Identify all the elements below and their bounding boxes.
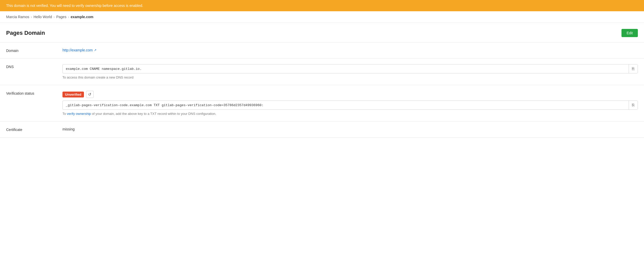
certificate-value: missing (62, 127, 638, 131)
breadcrumb-sep-3: › (68, 15, 69, 19)
domain-label: Domain (6, 48, 62, 53)
dns-copy-button[interactable]: ⎘ (629, 64, 638, 73)
domain-link-text: http://example.com (62, 48, 93, 52)
domain-value: http://example.com ↗ (62, 48, 638, 52)
verify-ownership-link[interactable]: verify ownership (67, 112, 91, 116)
verification-copy-button[interactable]: ⎘ (629, 101, 638, 109)
edit-button[interactable]: Edit (621, 29, 638, 37)
verification-row: Verification status Unverified ↺ ⎘ To ve… (0, 85, 644, 122)
page-header: Pages Domain Edit (0, 23, 644, 42)
help-suffix: of your domain, add the above key to a T… (91, 112, 216, 116)
verification-value: Unverified ↺ ⎘ To verify ownership of yo… (62, 91, 638, 116)
banner-text: This domain is not verified. You will ne… (6, 4, 143, 8)
breadcrumb-sep-1: › (31, 15, 32, 19)
page-title: Pages Domain (6, 30, 45, 36)
unverified-badge: Unverified (62, 92, 84, 97)
verification-code-field: ⎘ (62, 101, 638, 110)
external-link-icon: ↗ (94, 48, 96, 52)
dns-row: DNS ⎘ To access this domain create a new… (0, 59, 644, 85)
breadcrumb-current: example.com (71, 15, 93, 19)
verification-label: Verification status (6, 91, 62, 95)
details-table: Domain http://example.com ↗ DNS ⎘ To acc… (0, 42, 644, 138)
certificate-label: Certificate (6, 127, 62, 132)
dns-input[interactable] (63, 65, 629, 73)
breadcrumb-hello-world[interactable]: Hello World (34, 15, 52, 19)
dns-help-text: To access this domain create a new DNS r… (62, 75, 638, 79)
verification-banner: This domain is not verified. You will ne… (0, 0, 644, 11)
domain-row: Domain http://example.com ↗ (0, 42, 644, 59)
dns-label: DNS (6, 64, 62, 69)
help-prefix: To (62, 112, 67, 116)
breadcrumb: Marcia Ramos › Hello World › Pages › exa… (0, 11, 644, 23)
breadcrumb-sep-2: › (53, 15, 55, 19)
verification-code-input[interactable] (63, 101, 629, 109)
retry-verification-button[interactable]: ↺ (86, 91, 94, 98)
dns-value: ⎘ To access this domain create a new DNS… (62, 64, 638, 79)
certificate-row: Certificate missing (0, 122, 644, 138)
retry-icon: ↺ (88, 92, 91, 97)
copy-icon-2: ⎘ (632, 103, 635, 107)
breadcrumb-pages[interactable]: Pages (56, 15, 67, 19)
domain-link[interactable]: http://example.com ↗ (62, 48, 96, 52)
dns-code-field: ⎘ (62, 64, 638, 73)
copy-icon: ⎘ (632, 67, 635, 71)
certificate-status: missing (62, 127, 74, 131)
breadcrumb-marcia-ramos[interactable]: Marcia Ramos (6, 15, 29, 19)
verification-controls: Unverified ↺ (62, 91, 638, 98)
verification-help-text: To verify ownership of your domain, add … (62, 112, 638, 116)
